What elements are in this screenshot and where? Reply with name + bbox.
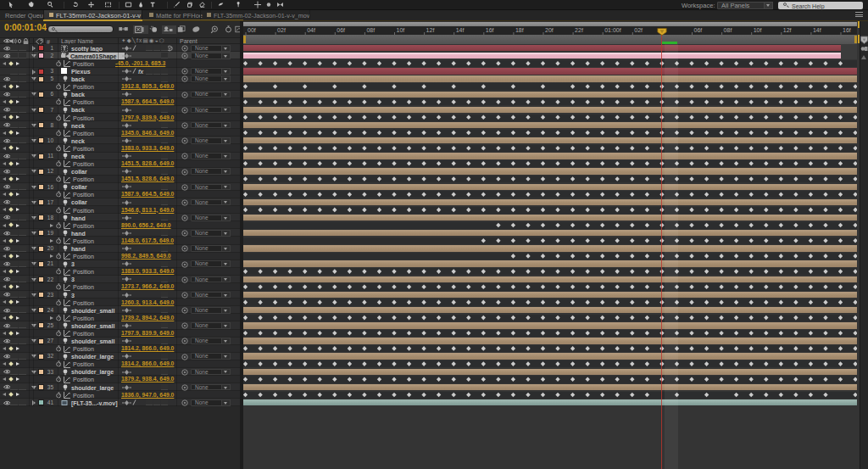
svg-text:10f: 10f bbox=[754, 27, 762, 33]
svg-text:18f: 18f bbox=[515, 27, 524, 33]
svg-text:08f: 08f bbox=[724, 27, 732, 33]
svg-text:02f: 02f bbox=[634, 27, 643, 33]
svg-text:12f: 12f bbox=[783, 27, 792, 33]
svg-text:00f: 00f bbox=[248, 27, 256, 33]
svg-text:06f: 06f bbox=[337, 27, 345, 33]
svg-text:20f: 20f bbox=[545, 27, 554, 33]
svg-text:22f: 22f bbox=[575, 27, 583, 33]
svg-text:16f: 16f bbox=[486, 27, 494, 33]
svg-text:16f: 16f bbox=[843, 27, 851, 33]
svg-text:14f: 14f bbox=[456, 27, 465, 33]
svg-text:14f: 14f bbox=[813, 27, 821, 33]
svg-text:12f: 12f bbox=[426, 27, 435, 33]
svg-text:06f: 06f bbox=[694, 27, 703, 33]
svg-text:04f: 04f bbox=[307, 27, 315, 33]
svg-text:01:00f: 01:00f bbox=[604, 27, 621, 33]
svg-text:10f: 10f bbox=[397, 27, 405, 33]
svg-text:02f: 02f bbox=[277, 27, 286, 33]
svg-text:08f: 08f bbox=[366, 27, 375, 33]
